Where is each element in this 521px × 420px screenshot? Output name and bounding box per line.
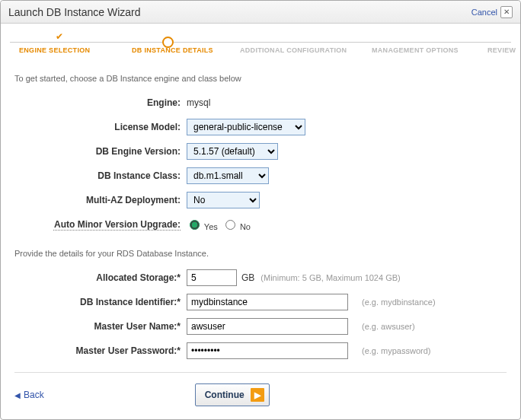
radio-yes-label: Yes xyxy=(204,222,218,231)
section2-text: Provide the details for your RDS Databas… xyxy=(14,249,507,258)
step-review: REVIEW xyxy=(487,46,516,54)
label-instance-class: DB Instance Class: xyxy=(14,170,187,181)
select-engine-version[interactable]: 5.1.57 (default) xyxy=(187,143,278,160)
wizard-steps: ✔ ENGINE SELECTION DB INSTANCE DETAILS A… xyxy=(10,28,511,66)
label-master-user: Master User Name:* xyxy=(14,321,187,332)
wizard-dialog: Launch DB Instance Wizard Cancel ✕ ✔ ENG… xyxy=(0,0,521,420)
step-management-options: MANAGEMENT OPTIONS xyxy=(372,46,459,54)
select-instance-class[interactable]: db.m1.small xyxy=(187,167,269,184)
radio-auto-minor-no[interactable] xyxy=(225,220,235,230)
label-auto-minor-upgrade: Auto Minor Version Upgrade: xyxy=(14,219,187,230)
label-allocated-storage: Allocated Storage:* xyxy=(14,272,187,283)
hint-storage: (Minimum: 5 GB, Maximum 1024 GB) xyxy=(260,273,400,282)
radio-yes-wrap[interactable]: Yes xyxy=(187,218,218,231)
back-label: Back xyxy=(24,390,44,400)
triangle-left-icon: ◀ xyxy=(14,391,21,399)
input-master-password[interactable] xyxy=(187,342,348,359)
input-db-identifier[interactable] xyxy=(187,294,348,310)
wizard-body: To get started, choose a DB Instance eng… xyxy=(1,66,520,373)
step-engine-selection[interactable]: ENGINE SELECTION xyxy=(19,46,90,54)
wizard-footer: ◀ Back Continue ▶ xyxy=(1,376,520,414)
unit-gb: GB xyxy=(241,272,254,283)
step-db-instance-details[interactable]: DB INSTANCE DETAILS xyxy=(132,46,213,54)
select-license-model[interactable]: general-public-license xyxy=(187,119,305,135)
radio-auto-minor-yes[interactable] xyxy=(190,220,200,230)
value-engine: mysql xyxy=(187,97,210,108)
dialog-title: Launch DB Instance Wizard xyxy=(8,6,141,18)
label-engine: Engine: xyxy=(14,97,187,108)
radio-no-wrap[interactable]: No xyxy=(222,218,251,231)
input-master-user[interactable] xyxy=(187,318,348,335)
steps-track xyxy=(10,42,511,43)
label-db-identifier: DB Instance Identifier:* xyxy=(14,297,187,307)
close-icon[interactable]: ✕ xyxy=(500,6,513,18)
input-allocated-storage[interactable] xyxy=(187,269,237,286)
divider xyxy=(14,372,507,373)
back-button[interactable]: ◀ Back xyxy=(14,390,44,400)
continue-button[interactable]: Continue ▶ xyxy=(195,383,270,406)
arrow-right-icon: ▶ xyxy=(251,388,264,402)
label-license-model: License Model: xyxy=(14,122,187,132)
step-additional-configuration: ADDITIONAL CONFIGURATION xyxy=(240,46,347,54)
dialog-header: Launch DB Instance Wizard Cancel ✕ xyxy=(1,1,520,24)
step-done-check-icon: ✔ xyxy=(56,31,65,40)
hint-identifier: (e.g. mydbinstance) xyxy=(362,298,436,307)
hint-password: (e.g. mypassword) xyxy=(362,346,430,355)
label-engine-version: DB Engine Version: xyxy=(14,146,187,157)
label-master-password: Master User Password:* xyxy=(14,345,187,356)
select-multi-az[interactable]: No xyxy=(187,192,260,208)
continue-label: Continue xyxy=(205,390,245,400)
radio-no-label: No xyxy=(240,222,251,231)
intro-text: To get started, choose a DB Instance eng… xyxy=(14,74,507,83)
cancel-link[interactable]: Cancel xyxy=(471,8,497,17)
hint-user: (e.g. awsuser) xyxy=(362,322,415,331)
label-multi-az: Multi-AZ Deployment: xyxy=(14,195,187,205)
